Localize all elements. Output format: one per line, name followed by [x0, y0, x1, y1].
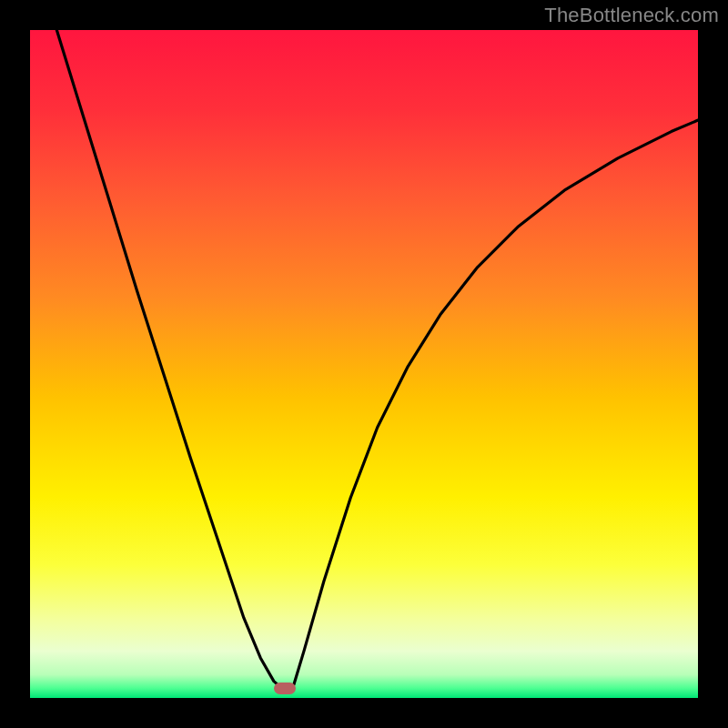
bottleneck-curve: [30, 30, 698, 698]
plot-area: [30, 30, 698, 698]
watermark-text: TheBottleneck.com: [544, 4, 719, 27]
optimum-marker: [274, 682, 296, 694]
chart-frame: TheBottleneck.com: [0, 0, 728, 728]
